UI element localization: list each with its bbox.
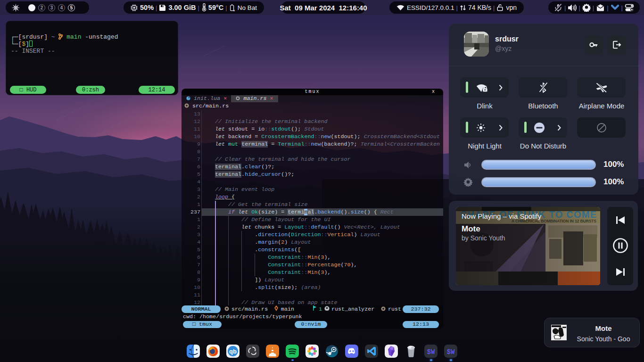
svg-text:$W: $W	[427, 348, 435, 356]
svg-text:qb: qb	[229, 348, 237, 355]
svg-text:$W: $W	[447, 348, 455, 356]
svg-text:x: x	[233, 8, 235, 11]
